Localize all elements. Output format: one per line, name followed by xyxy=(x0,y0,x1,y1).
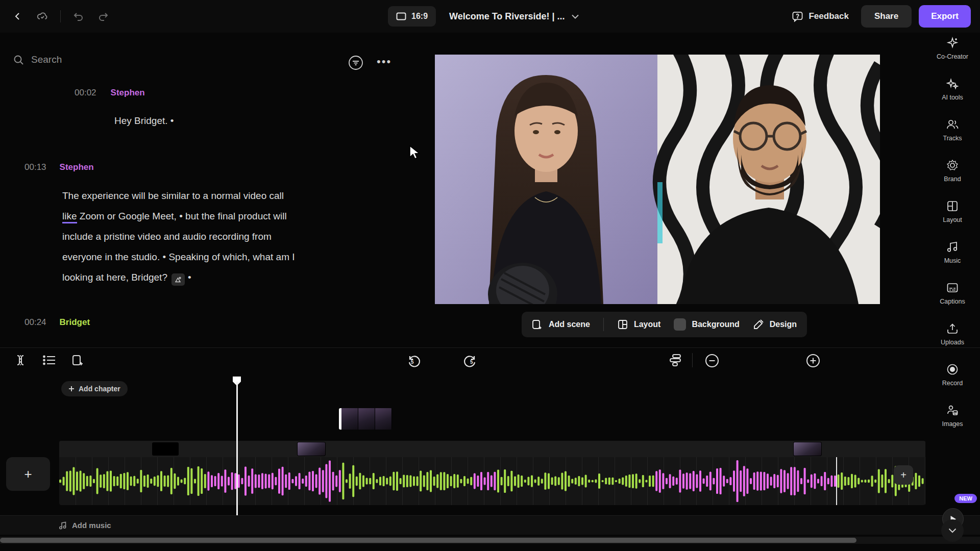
redo-icon[interactable] xyxy=(96,10,110,23)
sidebar-item-tracks[interactable]: Tracks xyxy=(925,118,980,142)
sidebar-item-uploads[interactable]: Uploads xyxy=(925,322,980,346)
divider xyxy=(692,353,693,367)
transcript-line[interactable]: everyone in the studio. • Speaking of wh… xyxy=(62,247,369,267)
sidebar-item-layout[interactable]: Layout xyxy=(925,200,980,223)
add-music-row[interactable]: Add music xyxy=(0,515,980,535)
transcript-line[interactable]: The experience will be similar to a norm… xyxy=(62,186,369,206)
forward-5-icon[interactable]: 5 xyxy=(462,353,478,370)
timestamp[interactable]: 00:13 xyxy=(24,162,46,172)
transcript-entry[interactable]: 00:24 Bridget xyxy=(24,317,90,328)
speaker-name[interactable]: Bridget xyxy=(60,317,90,328)
transcript-text[interactable]: Hey Bridget. • xyxy=(114,115,174,127)
export-button[interactable]: Export xyxy=(919,5,971,28)
split-clip-icon[interactable] xyxy=(13,354,28,368)
video-clip-thumbnail[interactable] xyxy=(793,442,822,456)
transcript-entry[interactable]: 00:02 Stephen xyxy=(75,88,145,98)
background-button[interactable]: Background xyxy=(674,318,739,331)
layout-grid-icon xyxy=(946,200,959,212)
design-pen-icon xyxy=(753,319,764,330)
cloud-sync-icon[interactable] xyxy=(36,10,49,23)
add-scene-track-icon[interactable] xyxy=(71,354,85,368)
add-clip-button[interactable]: + xyxy=(894,465,913,485)
transcript-line-rest[interactable]: Zoom or Google Meet, • but the final pro… xyxy=(77,211,287,221)
timestamp[interactable]: 00:02 xyxy=(75,88,96,98)
media-attachment-icon[interactable] xyxy=(172,273,185,286)
add-chapter-button[interactable]: Add chapter xyxy=(61,381,128,396)
timeline-ruler[interactable] xyxy=(59,441,925,457)
plus-icon xyxy=(68,386,75,392)
timeline-track-area[interactable] xyxy=(59,441,925,505)
chapter-marker-block[interactable] xyxy=(152,442,179,456)
audio-waveform[interactable] xyxy=(59,457,925,505)
scene-toolbar: Add scene Layout Background Design xyxy=(522,312,807,337)
sidebar-label: Images xyxy=(942,420,963,428)
feedback-button[interactable]: Feedback xyxy=(787,11,853,22)
transcript-line[interactable]: looking at here, Bridget?• xyxy=(62,267,369,288)
transcript-paragraph[interactable]: The experience will be similar to a norm… xyxy=(62,186,369,288)
co-creator-icon xyxy=(946,37,959,49)
playback-word-highlight[interactable]: like xyxy=(62,211,77,223)
search-placeholder: Search xyxy=(31,54,62,65)
add-music-label: Add music xyxy=(72,521,111,530)
sidebar-label: Music xyxy=(944,257,961,264)
share-button[interactable]: Share xyxy=(861,5,912,28)
zoom-out-icon[interactable] xyxy=(704,353,720,370)
divider xyxy=(60,10,61,22)
speaker-name[interactable]: Stephen xyxy=(60,162,94,172)
timeline-controls: 1x 5 5 00:15 / 01:16 Hide timeline xyxy=(0,347,980,372)
layout-button[interactable]: Layout xyxy=(617,319,660,330)
sidebar-collapse-button[interactable] xyxy=(941,519,964,542)
tracks-people-icon xyxy=(946,118,959,131)
back-icon[interactable] xyxy=(11,10,24,23)
transcript-entry[interactable]: 00:13 Stephen xyxy=(24,162,94,172)
project-title-menu[interactable]: Welcome To Riverside! | ... xyxy=(449,0,579,33)
sidebar-item-brand[interactable]: Brand xyxy=(925,159,980,183)
zoom-in-icon[interactable] xyxy=(805,353,821,370)
timestamp[interactable]: 00:24 xyxy=(24,317,46,328)
rewind-5-icon[interactable]: 5 xyxy=(406,353,422,370)
undo-icon[interactable] xyxy=(72,10,85,23)
search-icon xyxy=(13,55,24,65)
sidebar-label: Tracks xyxy=(943,135,962,142)
reorder-tracks-icon[interactable] xyxy=(669,353,682,369)
sidebar-item-images[interactable]: Images xyxy=(925,404,980,428)
transcript-line[interactable]: like Zoom or Google Meet, • but the fina… xyxy=(62,206,369,227)
filter-icon[interactable] xyxy=(348,55,363,72)
more-options-icon[interactable]: ••• xyxy=(377,55,391,68)
sidebar-label: Brand xyxy=(944,176,961,183)
dragging-clip-thumbnail[interactable] xyxy=(339,408,392,430)
sidebar-item-co-creator[interactable]: Co-Creator xyxy=(925,37,980,60)
horizontal-scrollbar-thumb[interactable] xyxy=(0,538,856,543)
horizontal-scrollbar-track[interactable] xyxy=(0,537,980,544)
svg-text:5: 5 xyxy=(470,359,473,365)
playhead-flag[interactable] xyxy=(233,377,241,386)
video-preview[interactable] xyxy=(435,55,880,304)
transcript-line[interactable]: include a pristine video and audio recor… xyxy=(62,227,369,247)
background-swatch-icon xyxy=(674,318,686,331)
divider xyxy=(603,318,604,331)
right-sidebar: Co-Creator AI tools Tracks Brand Layout … xyxy=(925,37,980,428)
music-icon xyxy=(946,241,959,253)
transcript-list-icon[interactable] xyxy=(43,354,56,368)
transcript-line-text[interactable]: looking at here, Bridget? xyxy=(62,272,167,283)
clip-frame xyxy=(341,408,358,430)
speaker-name[interactable]: Stephen xyxy=(111,88,145,98)
frame-icon xyxy=(396,12,406,20)
ai-tools-icon xyxy=(946,78,959,90)
design-label: Design xyxy=(770,320,797,329)
aspect-ratio-badge[interactable]: 16:9 xyxy=(388,6,436,27)
layout-label: Layout xyxy=(634,320,660,329)
sidebar-item-captions[interactable]: Captions xyxy=(925,282,980,305)
sidebar-item-music[interactable]: Music xyxy=(925,241,980,264)
sidebar-item-record[interactable]: Record xyxy=(925,363,980,387)
video-clip-thumbnail[interactable] xyxy=(297,442,326,456)
search-input[interactable]: Search xyxy=(13,54,62,65)
chevron-down-icon xyxy=(572,14,579,19)
add-scene-button[interactable]: Add scene xyxy=(532,319,590,330)
chevron-down-icon xyxy=(948,528,957,533)
music-note-icon xyxy=(59,521,67,530)
brand-icon xyxy=(946,159,959,171)
add-track-button[interactable]: + xyxy=(6,457,50,491)
design-button[interactable]: Design xyxy=(753,319,797,330)
sidebar-item-ai-tools[interactable]: AI tools xyxy=(925,78,980,101)
